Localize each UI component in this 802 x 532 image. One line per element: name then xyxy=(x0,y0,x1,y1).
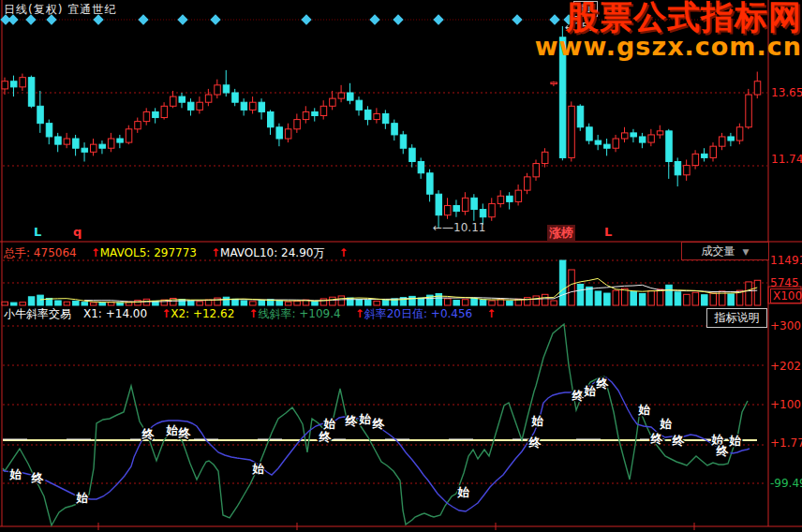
header-field: 线斜率: +109.4 xyxy=(258,306,340,322)
volume-bar xyxy=(143,299,150,305)
candle xyxy=(728,137,735,140)
candle xyxy=(657,131,663,135)
header-field: 斜率20日值: +0.456 xyxy=(364,306,473,322)
candle xyxy=(179,96,186,102)
candle xyxy=(631,133,637,137)
volume-bar xyxy=(595,291,602,305)
candle xyxy=(312,111,319,115)
volume-bar xyxy=(28,297,34,305)
candle xyxy=(232,93,239,102)
candle xyxy=(746,95,752,127)
chart-title: 日线(复权) 宜通世纪 xyxy=(4,2,116,18)
volume-bar xyxy=(99,303,106,305)
volume-bar xyxy=(577,284,584,305)
header-field: X1: +14.00 xyxy=(83,307,147,320)
event-diamond-icon xyxy=(369,14,379,24)
candle xyxy=(613,139,619,148)
candle xyxy=(364,110,371,119)
candle xyxy=(382,113,389,123)
signal-label-end: 终 xyxy=(319,430,333,444)
signal-label-end: 终 xyxy=(528,436,542,450)
candle xyxy=(276,127,283,139)
indicator-axis-label: +1.77 xyxy=(770,436,802,450)
volume-type-dropdown[interactable]: 成交量▼ xyxy=(681,242,769,260)
candle xyxy=(684,166,691,175)
chart-marker: q xyxy=(73,225,82,239)
candle xyxy=(595,140,602,144)
candle xyxy=(489,203,496,216)
volume-bar xyxy=(533,296,540,305)
candle xyxy=(294,120,301,129)
volume-bar xyxy=(10,303,17,305)
chart-marker: 涨榜 xyxy=(547,225,575,242)
volume-bar xyxy=(64,302,70,305)
candle xyxy=(2,81,8,89)
volume-bar xyxy=(117,303,124,305)
volume-bar xyxy=(551,301,557,305)
signal-label-end: 终 xyxy=(31,471,45,485)
low-price-tag: ←—10.11 xyxy=(433,221,485,234)
candle xyxy=(559,37,566,158)
candle xyxy=(374,113,380,119)
volume-bar xyxy=(613,290,619,305)
signal-label-start: 始 xyxy=(584,384,597,398)
volume-bar xyxy=(702,295,708,305)
volume-bar xyxy=(37,295,44,305)
event-diamond-icon xyxy=(512,14,522,24)
volume-bar xyxy=(294,301,301,305)
indicator-header-row: 小牛斜率交易X1: +14.00↑X2: +12.62↑线斜率: +109.4↑… xyxy=(4,306,496,322)
volume-bar xyxy=(338,296,345,305)
volume-bar xyxy=(639,293,646,305)
candle xyxy=(10,81,17,87)
candle xyxy=(604,144,611,148)
candle xyxy=(719,137,725,146)
candle xyxy=(135,122,141,129)
candle xyxy=(250,102,257,110)
volume-bar xyxy=(684,294,691,305)
signal-label-start: 始 xyxy=(660,417,673,431)
candle xyxy=(702,154,708,157)
candle xyxy=(675,162,681,175)
candle xyxy=(542,152,548,163)
candle xyxy=(73,139,80,148)
candle xyxy=(108,139,114,148)
volume-bar xyxy=(82,303,88,305)
up-arrow-icon: ↑ xyxy=(91,246,100,259)
candle xyxy=(126,129,132,142)
volume-bar xyxy=(55,301,61,305)
volume-bar xyxy=(559,260,566,305)
price-axis-label: 13.65 xyxy=(771,86,802,99)
stock-app-window: 始终始终始终始终始终始终始始终终始终始始终终始终始 日线(复权) 宜通世纪 加 … xyxy=(0,0,802,532)
signal-label-start: 始 xyxy=(166,423,179,437)
chart-marker: L xyxy=(604,225,612,239)
volume-bar xyxy=(364,301,371,305)
event-diamond-icon xyxy=(138,14,148,24)
candle xyxy=(639,137,646,142)
candle xyxy=(533,164,540,177)
up-arrow-icon: ↑ xyxy=(211,246,220,259)
slope-blue-line xyxy=(3,377,750,511)
event-diamond-icon xyxy=(177,14,187,24)
indicator-help-button[interactable]: 指标说明 xyxy=(706,308,767,328)
volume-bar xyxy=(215,298,221,305)
candle xyxy=(356,100,363,110)
signal-label-start: 始 xyxy=(323,417,336,431)
volume-bar xyxy=(569,270,575,305)
signal-label-start: 始 xyxy=(76,491,89,505)
event-diamond-icon xyxy=(549,14,559,24)
candle xyxy=(171,96,177,106)
volume-header-row: 总手: 475064↑MAVOL5: 297773↑MAVOL10: 24.90… xyxy=(4,245,349,261)
up-arrow-icon: ↑ xyxy=(161,307,171,320)
volume-bar xyxy=(710,293,717,305)
chart-canvas[interactable]: 始终始终始终始终始终始终始始终终始终始始终终始终始 xyxy=(0,0,802,532)
candle xyxy=(91,144,97,152)
add-to-watchlist-button[interactable]: 加 xyxy=(573,1,598,17)
candle xyxy=(55,137,61,144)
candle xyxy=(161,106,168,117)
candle xyxy=(587,127,593,140)
volume-bar xyxy=(436,293,442,305)
volume-bar xyxy=(666,285,673,305)
signal-label-end: 终 xyxy=(345,414,359,428)
volume-bar xyxy=(259,301,265,305)
volume-bar xyxy=(409,296,416,305)
